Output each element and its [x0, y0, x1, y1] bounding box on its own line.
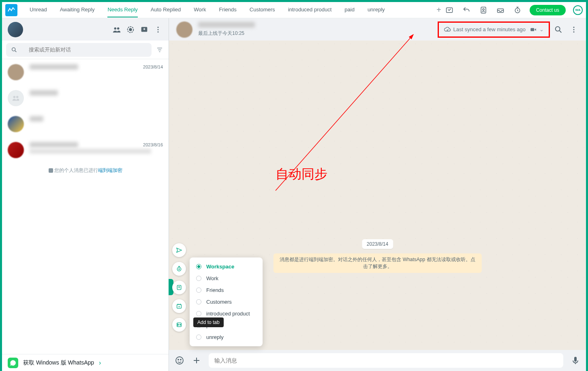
- timer-add-icon[interactable]: [172, 262, 186, 276]
- attach-icon[interactable]: [192, 356, 201, 365]
- chat-menu-icon[interactable]: [569, 25, 579, 34]
- new-chat-icon[interactable]: [139, 25, 149, 34]
- chat-avatar[interactable]: [176, 21, 192, 38]
- tab-introduced-product[interactable]: introduced product: [288, 2, 332, 17]
- reply-icon[interactable]: [462, 5, 471, 15]
- get-desktop-app[interactable]: 获取 Windows 版 WhatsApp ›: [2, 354, 169, 371]
- svg-point-12: [158, 31, 159, 32]
- assign-icon[interactable]: [445, 5, 454, 15]
- avatar-icon: [8, 142, 24, 158]
- footer-text: 获取 Windows 版 WhatsApp: [23, 359, 94, 367]
- add-to-tab-tooltip: Add to tab: [193, 317, 224, 327]
- last-seen: 最后上线于今天10:25: [198, 30, 434, 37]
- add-tab-button[interactable]: +: [433, 5, 445, 15]
- contact-icon[interactable]: [479, 5, 488, 15]
- avatar-icon: [8, 116, 24, 132]
- chevron-right-icon: ›: [99, 359, 101, 367]
- encryption-notice: 您的个人消息已进行端到端加密: [2, 163, 169, 178]
- radio-icon: [196, 335, 201, 340]
- svg-point-27: [178, 359, 179, 360]
- svg-point-15: [16, 96, 18, 99]
- search-icon: [11, 47, 17, 53]
- menu-icon[interactable]: [153, 25, 163, 34]
- svg-rect-16: [530, 28, 534, 31]
- conversation-list: 2023/8/14 2023/8/16 您的个人消息已进行端到端加密: [2, 59, 169, 354]
- svg-point-26: [176, 357, 183, 364]
- sync-status[interactable]: Last synced a few minutes ago ⌄: [440, 24, 548, 36]
- conversation-item[interactable]: 2023/8/16: [2, 137, 169, 163]
- radio-icon: [196, 287, 201, 293]
- radio-icon: [196, 276, 201, 281]
- send-icon[interactable]: [172, 243, 186, 257]
- svg-point-17: [556, 26, 560, 31]
- svg-point-13: [12, 47, 15, 51]
- annotation-label: 自动同步: [276, 165, 327, 183]
- svg-point-19: [573, 29, 575, 30]
- filter-icon[interactable]: [155, 45, 165, 55]
- conversation-item[interactable]: [2, 85, 169, 111]
- tab-unread[interactable]: Unread: [30, 2, 47, 17]
- svg-point-6: [117, 27, 120, 30]
- popup-item-friends[interactable]: Friends: [190, 284, 263, 296]
- sidebar-header: [2, 18, 169, 41]
- conv-time: 2023/8/16: [143, 142, 163, 147]
- note-icon[interactable]: [172, 281, 186, 294]
- tab-awaiting-reply[interactable]: Awaiting Reply: [60, 2, 95, 17]
- my-avatar[interactable]: [8, 22, 23, 37]
- wa-badge-icon[interactable]: WA: [573, 5, 583, 15]
- contact-us-button[interactable]: Contact us: [530, 5, 566, 15]
- search-chat-icon[interactable]: [554, 25, 563, 34]
- video-icon: [530, 26, 537, 33]
- svg-point-8: [129, 28, 132, 31]
- tab-work[interactable]: Work: [194, 2, 206, 17]
- popup-item-unreply[interactable]: unreply: [190, 331, 263, 343]
- popup-workspace[interactable]: Workspace: [190, 261, 263, 272]
- tab-auto-replied[interactable]: Auto Replied: [151, 2, 181, 17]
- svg-point-18: [573, 26, 575, 28]
- chevron-down-icon: ⌄: [539, 26, 544, 32]
- svg-rect-29: [574, 357, 577, 362]
- status-icon[interactable]: [126, 25, 135, 34]
- tab-paid[interactable]: paid: [344, 2, 355, 17]
- popup-item-work[interactable]: Work: [190, 272, 263, 284]
- svg-point-10: [158, 26, 159, 28]
- svg-point-5: [114, 27, 117, 30]
- conv-time: 2023/8/14: [143, 64, 163, 69]
- group-avatar-icon: [8, 90, 24, 106]
- chat-header: 最后上线于今天10:25 Last synced a few minutes a…: [169, 18, 586, 41]
- date-chip: 2023/8/14: [362, 239, 393, 249]
- tab-unreply[interactable]: unreply: [368, 2, 385, 17]
- radio-icon: [196, 299, 201, 305]
- top-bar: Unread Awaiting Reply Needs Reply Auto R…: [2, 2, 586, 18]
- conversation-item[interactable]: [2, 111, 169, 137]
- encryption-link[interactable]: 端到端加密: [98, 167, 122, 173]
- radio-on-icon: [196, 264, 201, 269]
- radio-icon: [196, 311, 201, 316]
- side-actions: [172, 243, 186, 332]
- tab-customers[interactable]: Customers: [250, 2, 275, 17]
- add-to-tab-icon[interactable]: [172, 318, 186, 332]
- tab-needs-reply[interactable]: Needs Reply: [107, 2, 137, 17]
- svg-point-14: [13, 96, 16, 99]
- message-composer: [169, 350, 586, 371]
- cloud-sync-icon: [444, 26, 451, 33]
- message-input[interactable]: [209, 353, 563, 368]
- tab-friends[interactable]: Friends: [219, 2, 236, 17]
- app-logo: [5, 4, 17, 16]
- search-input[interactable]: [29, 47, 147, 53]
- inbox-icon[interactable]: [496, 5, 505, 15]
- svg-point-20: [573, 31, 575, 32]
- communities-icon[interactable]: [112, 25, 122, 34]
- popup-item-customers[interactable]: Customers: [190, 296, 263, 308]
- conversation-item[interactable]: 2023/8/14: [2, 59, 169, 85]
- svg-point-28: [180, 359, 181, 360]
- calendar-add-icon[interactable]: [172, 299, 186, 313]
- avatar-icon: [8, 64, 24, 80]
- emoji-icon[interactable]: [175, 356, 184, 365]
- chat-header-info[interactable]: 最后上线于今天10:25: [198, 22, 434, 37]
- mic-icon[interactable]: [571, 356, 580, 365]
- workspace-tabs: Unread Awaiting Reply Needs Reply Auto R…: [30, 2, 433, 17]
- clock-icon[interactable]: [513, 5, 522, 15]
- encryption-bubble[interactable]: 消息都是进行端到端加密。对话之外的任何人，甚至包含 WhatsApp 都无法读取…: [273, 253, 482, 273]
- svg-point-11: [158, 29, 159, 30]
